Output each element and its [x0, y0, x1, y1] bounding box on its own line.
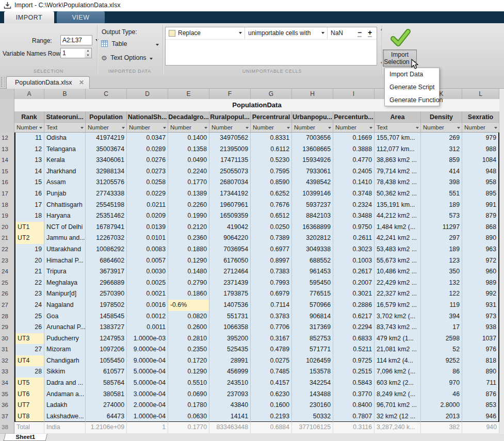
table-cell[interactable]: 153578 — [292, 366, 333, 378]
table-cell[interactable]: 33406061 — [86, 155, 127, 167]
table-cell[interactable]: 382 — [421, 422, 462, 434]
table-cell[interactable]: 0.6833 — [333, 333, 375, 345]
remove-rule-button[interactable]: − — [357, 29, 362, 37]
row-number[interactable]: 22 — [0, 244, 14, 256]
table-cell[interactable]: 0.2324 — [333, 200, 375, 211]
table-cell[interactable]: UT6 — [14, 389, 44, 401]
variable-name-cell[interactable]: Decadalgro... — [168, 111, 209, 123]
row-number[interactable]: 34 — [0, 378, 14, 389]
table-cell[interactable]: 0.2007 — [333, 277, 375, 289]
table-cell[interactable]: 22,429 km2 ... — [375, 277, 421, 289]
table-cell[interactable]: Telangana — [44, 144, 86, 156]
table-cell[interactable]: 155,707 km... — [375, 133, 421, 144]
table-cell[interactable]: 2712464 — [209, 266, 251, 278]
row-number[interactable]: 17 — [0, 188, 14, 200]
table-cell[interactable]: UT2 — [14, 233, 44, 244]
table-cell[interactable]: 317369 — [292, 322, 333, 334]
table-cell[interactable]: 25545198 — [86, 200, 127, 211]
table-cell[interactable]: 42,241 km2 ... — [375, 233, 421, 244]
row-number[interactable]: 13 — [0, 144, 14, 156]
table-cell[interactable]: 83,743 km2 ... — [375, 322, 421, 334]
column-letter[interactable]: C — [86, 89, 127, 100]
table-cell[interactable]: 43840 — [209, 400, 251, 412]
table-cell[interactable]: 1066358 — [209, 322, 251, 334]
variable-name-cell[interactable]: Population — [86, 111, 127, 123]
table-cell[interactable]: 0.3023 — [333, 244, 375, 256]
table-cell[interactable]: 688552 — [292, 255, 333, 267]
table-cell[interactable]: 122 — [421, 288, 462, 300]
row-number[interactable]: 30 — [0, 333, 14, 345]
table-cell[interactable]: 0.2600 — [168, 322, 209, 334]
table-cell[interactable]: 0.7676 — [251, 200, 292, 211]
table-cell[interactable]: 6176050 — [209, 255, 251, 267]
table-cell[interactable]: 0.8400 — [333, 400, 375, 412]
table-cell[interactable]: Haryana — [44, 210, 86, 222]
table-cell[interactable]: 0.1880 — [168, 244, 209, 256]
table-cell[interactable]: 0.1780 — [168, 400, 209, 412]
table-cell[interactable]: UT4 — [14, 355, 44, 367]
table-cell[interactable]: 22,327 km2 ... — [375, 288, 421, 300]
table-cell[interactable]: 1.2106e+09 — [86, 422, 127, 434]
table-cell[interactable]: Chhattisgarh — [44, 200, 86, 211]
table-cell[interactable]: Andaman a... — [44, 389, 86, 401]
row-number[interactable]: 15 — [0, 166, 14, 178]
table-cell[interactable]: 0.0490 — [168, 155, 209, 167]
table-cell[interactable]: 17 — [421, 322, 462, 334]
table-cell[interactable]: 28991 — [209, 355, 251, 367]
table-cell[interactable]: 2013 — [421, 411, 462, 423]
table-cell[interactable]: UT1 — [14, 222, 44, 234]
table-cell[interactable]: 890 — [462, 233, 499, 244]
table-cell[interactable]: 0.0030 — [127, 266, 168, 278]
table-cell[interactable]: 895 — [462, 188, 499, 200]
table-cell[interactable]: 0.0011 — [127, 322, 168, 334]
table-cell[interactable]: 0.0258 — [127, 177, 168, 189]
table-cell[interactable]: 776515 — [292, 288, 333, 300]
rule-target-dropdown-arrow[interactable] — [321, 32, 324, 34]
table-cell[interactable]: 0.6512 — [251, 210, 292, 222]
column-type-dropdown[interactable]: Number — [333, 123, 375, 133]
table-cell[interactable]: 86 — [421, 366, 462, 378]
row-number[interactable]: 24 — [0, 266, 14, 278]
table-cell[interactable]: 0.2405 — [333, 166, 375, 178]
table-cell[interactable]: 2.8000 — [421, 400, 462, 412]
table-cell[interactable]: 0.7807 — [333, 411, 375, 423]
table-cell[interactable]: 551731 — [209, 311, 251, 323]
table-cell[interactable]: 23 — [14, 288, 44, 300]
table-cell[interactable]: 948 — [462, 166, 499, 178]
table-cell[interactable]: 16368899 — [292, 222, 333, 234]
chevron-down-icon[interactable] — [246, 127, 249, 129]
row-number[interactable]: 20 — [0, 222, 14, 234]
table-cell[interactable]: 16 — [14, 188, 44, 200]
row-number[interactable]: 23 — [0, 255, 14, 267]
row-number[interactable]: 35 — [0, 389, 14, 401]
table-cell[interactable]: 143488 — [292, 389, 333, 401]
table-cell[interactable]: 0.1290 — [168, 366, 209, 378]
table-cell[interactable]: 1247953 — [86, 333, 127, 345]
chevron-down-icon[interactable] — [163, 127, 166, 129]
table-cell[interactable]: 64473 — [86, 411, 127, 423]
table-cell[interactable]: 18 — [14, 210, 44, 222]
table-cell[interactable]: Manipur[d] — [44, 288, 86, 300]
table-cell[interactable]: Uttarakhand — [44, 244, 86, 256]
row-number[interactable]: 19 — [0, 210, 14, 222]
chevron-down-icon[interactable] — [369, 127, 372, 129]
table-cell[interactable]: 711 — [462, 378, 499, 389]
table-cell[interactable]: 17 — [14, 200, 44, 211]
table-cell[interactable]: 1978502 — [86, 300, 127, 312]
table-cell[interactable]: 0.4157 — [251, 378, 292, 389]
table-cell[interactable]: 13 — [14, 155, 44, 167]
sheet-tab[interactable]: Sheet1 — [4, 434, 47, 441]
table-cell[interactable]: 269 — [421, 133, 462, 144]
table-cell[interactable]: 4398542 — [292, 177, 333, 189]
row-number[interactable]: 12 — [0, 133, 14, 144]
variable-name-cell[interactable]: Sexratio — [462, 111, 499, 123]
table-cell[interactable]: 0.2193 — [251, 411, 292, 423]
column-type-dropdown[interactable]: Number — [127, 123, 168, 133]
table-cell[interactable]: 0.4770 — [333, 155, 375, 167]
table-cell[interactable]: 0.2240 — [168, 166, 209, 178]
variable-name-cell[interactable]: Percentrural — [251, 111, 292, 123]
table-cell[interactable]: 5.0000e-04 — [127, 378, 168, 389]
table-cell[interactable]: 189 — [421, 244, 462, 256]
variable-name-cell[interactable]: Density — [421, 111, 462, 123]
table-cell[interactable]: 1055450 — [86, 355, 127, 367]
